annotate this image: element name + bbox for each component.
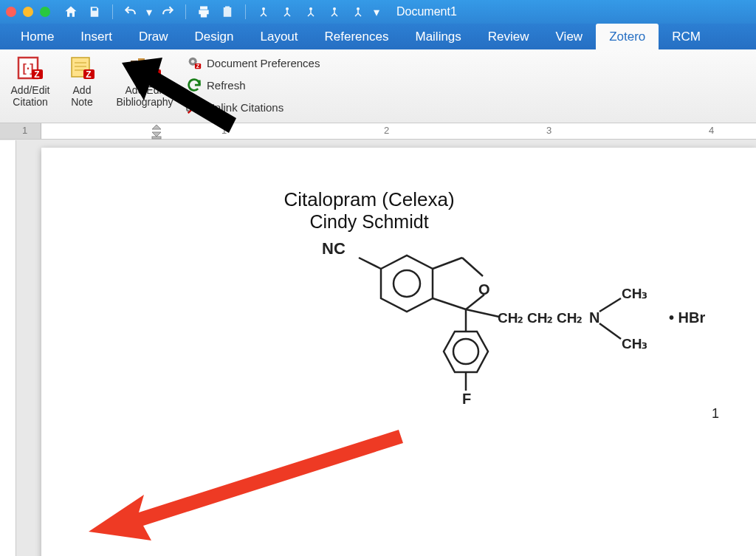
add-note-button[interactable]: Z Add Note [56, 52, 108, 123]
unlink-icon [186, 99, 202, 115]
add-edit-citation-label-l2: Citation [13, 96, 47, 108]
tab-mailings[interactable]: Mailings [402, 24, 474, 49]
close-window-button[interactable] [6, 7, 16, 17]
add-note-label-l1: Add [73, 84, 92, 96]
ruler-mark-3: 3 [546, 125, 551, 136]
add-edit-citation-button[interactable]: [·] Z Add/Edit Citation [4, 52, 56, 123]
ruler-mark-2: 2 [384, 125, 389, 136]
paste-icon[interactable] [217, 2, 238, 21]
chem-label-hbr: • HBr [669, 309, 705, 326]
svg-text:Z: Z [34, 69, 39, 80]
refresh-icon [186, 77, 202, 93]
ribbon-zotero: [·] Z Add/Edit Citation Z Add Note [0, 49, 756, 123]
undo-icon[interactable] [120, 2, 141, 21]
add-edit-bibliography-label-l2: Bibliography [116, 96, 173, 108]
tab-view[interactable]: View [543, 24, 597, 49]
tab-rcm[interactable]: RCM [659, 24, 714, 49]
chem-label-nc: NC [322, 239, 346, 258]
vertical-ruler[interactable] [0, 140, 16, 556]
maximize-window-button[interactable] [40, 7, 50, 17]
toolbar-misc-3-icon[interactable] [300, 2, 321, 21]
document-page[interactable]: Citalopram (Celexa) Cindy Schmidt 1 NC O [41, 148, 756, 556]
tab-draw[interactable]: Draw [126, 24, 182, 49]
undo-dropdown-icon[interactable]: ▾ [144, 2, 154, 21]
chem-label-f: F [462, 391, 471, 407]
refresh-label: Refresh [207, 79, 246, 92]
svg-point-0 [262, 7, 265, 10]
refresh-button[interactable]: Refresh [186, 77, 320, 93]
window-controls [6, 7, 50, 17]
svg-marker-28 [381, 255, 433, 312]
svg-line-31 [433, 258, 462, 269]
toolbar-misc-2-icon[interactable] [277, 2, 298, 21]
svg-line-39 [466, 309, 499, 317]
titlebar: ▾ ▾ Document1 [0, 0, 756, 24]
svg-marker-25 [152, 125, 161, 129]
svg-marker-36 [444, 332, 488, 372]
ruler-mark-neg1: 1 [22, 125, 27, 136]
svg-line-32 [462, 258, 483, 276]
svg-text:Z: Z [196, 63, 200, 69]
indent-marker-icon[interactable] [149, 123, 164, 140]
svg-rect-27 [152, 137, 161, 139]
svg-line-34 [466, 295, 484, 309]
svg-point-2 [309, 7, 312, 10]
home-icon[interactable] [61, 2, 81, 21]
note-icon: Z [67, 55, 97, 83]
redo-icon[interactable] [157, 2, 178, 21]
chem-label-ch3b: CH₃ [622, 336, 647, 351]
tab-references[interactable]: References [312, 24, 402, 49]
svg-line-40 [599, 298, 621, 312]
horizontal-ruler[interactable]: 1 1 2 3 4 [0, 123, 756, 140]
print-icon[interactable] [193, 2, 214, 21]
chem-label-n: N [589, 309, 599, 326]
citation-icon: [·] Z [16, 55, 45, 83]
svg-line-30 [359, 258, 381, 269]
tab-insert[interactable]: Insert [67, 24, 126, 49]
ruler-mark-1: 1 [221, 125, 227, 136]
add-edit-bibliography-button[interactable]: Z Add/Edit Bibliography [108, 52, 182, 123]
svg-line-24 [188, 101, 201, 114]
svg-text:Z: Z [86, 69, 91, 80]
tab-review[interactable]: Review [475, 24, 543, 49]
svg-point-4 [357, 7, 360, 10]
chem-label-ch3a: CH₃ [622, 286, 647, 301]
unlink-citations-label: Unlink Citations [207, 101, 284, 114]
tab-layout[interactable]: Layout [247, 24, 311, 49]
svg-line-33 [433, 298, 466, 309]
document-preferences-label: Document Preferences [207, 57, 320, 69]
document-preferences-button[interactable]: Z Document Preferences [186, 55, 320, 71]
add-edit-citation-label-l1: Add/Edit [11, 84, 50, 96]
minimize-window-button[interactable] [23, 7, 33, 17]
chem-label-ch2c: CH₂ [557, 310, 583, 326]
toolbar-misc-1-icon[interactable] [253, 2, 274, 21]
slide-title: Citalopram (Celexa) [41, 188, 697, 211]
chem-label-ch2b: CH₂ [527, 310, 553, 326]
unlink-citations-button[interactable]: Unlink Citations [186, 99, 320, 115]
svg-line-41 [599, 323, 621, 339]
svg-point-21 [191, 60, 195, 64]
svg-point-29 [394, 270, 420, 297]
page-area[interactable]: Citalopram (Celexa) Cindy Schmidt 1 NC O [0, 140, 756, 556]
document-title: Document1 [396, 5, 457, 18]
svg-point-37 [453, 339, 478, 364]
svg-text:Z: Z [152, 69, 157, 80]
ruler-mark-4: 4 [709, 125, 714, 136]
chemical-structure: NC O F CH₂ CH₂ [307, 224, 721, 412]
tab-zotero[interactable]: Zotero [596, 24, 659, 49]
bibliography-icon: Z [126, 55, 163, 83]
add-edit-bibliography-label-l1: Add/Edit [126, 84, 165, 96]
svg-marker-26 [152, 132, 161, 137]
svg-point-3 [333, 7, 336, 10]
toolbar-misc-4-icon[interactable] [324, 2, 345, 21]
gear-icon: Z [186, 55, 202, 71]
save-icon[interactable] [84, 2, 105, 21]
add-note-label-l2: Note [71, 96, 93, 108]
svg-rect-16 [138, 58, 145, 78]
toolbar-misc-5-icon[interactable] [348, 2, 368, 21]
chem-label-ch2a: CH₂ [498, 310, 523, 326]
ribbon-tabs: Home Insert Draw Design Layout Reference… [0, 24, 756, 49]
tab-design[interactable]: Design [182, 24, 247, 49]
tab-home[interactable]: Home [7, 24, 67, 49]
toolbar-more-dropdown-icon[interactable]: ▾ [371, 2, 382, 21]
